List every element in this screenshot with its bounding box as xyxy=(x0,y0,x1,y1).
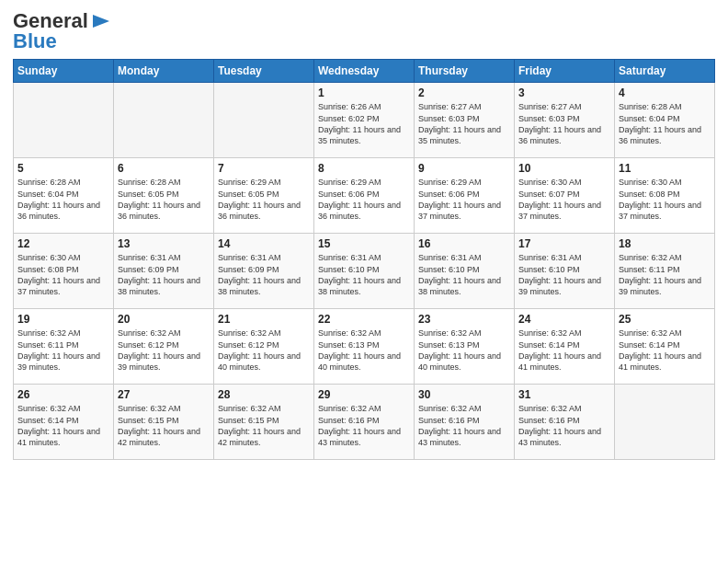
calendar-cell: 21Sunrise: 6:32 AM Sunset: 6:12 PM Dayli… xyxy=(214,309,314,385)
cell-content: Sunrise: 6:30 AM Sunset: 6:07 PM Dayligh… xyxy=(518,177,610,222)
cell-content: Sunrise: 6:31 AM Sunset: 6:10 PM Dayligh… xyxy=(418,252,510,297)
day-number: 25 xyxy=(619,313,711,326)
cell-content: Sunrise: 6:32 AM Sunset: 6:16 PM Dayligh… xyxy=(518,403,610,448)
calendar-week-5: 26Sunrise: 6:32 AM Sunset: 6:14 PM Dayli… xyxy=(14,385,715,460)
cell-content: Sunrise: 6:32 AM Sunset: 6:15 PM Dayligh… xyxy=(218,403,310,448)
calendar-cell: 2Sunrise: 6:27 AM Sunset: 6:03 PM Daylig… xyxy=(415,83,515,158)
cell-content: Sunrise: 6:29 AM Sunset: 6:06 PM Dayligh… xyxy=(418,177,510,222)
day-number: 21 xyxy=(218,313,310,326)
cell-content: Sunrise: 6:31 AM Sunset: 6:10 PM Dayligh… xyxy=(318,252,410,297)
calendar-cell xyxy=(615,385,715,460)
day-number: 30 xyxy=(418,388,510,401)
cell-content: Sunrise: 6:32 AM Sunset: 6:13 PM Dayligh… xyxy=(418,327,510,373)
day-header-friday: Friday xyxy=(515,60,615,83)
cell-content: Sunrise: 6:32 AM Sunset: 6:12 PM Dayligh… xyxy=(218,327,310,373)
day-number: 3 xyxy=(518,86,610,99)
calendar-cell xyxy=(114,83,214,158)
day-number: 18 xyxy=(619,237,711,250)
cell-content: Sunrise: 6:27 AM Sunset: 6:03 PM Dayligh… xyxy=(518,101,610,146)
day-number: 16 xyxy=(418,237,510,250)
day-number: 22 xyxy=(318,313,410,326)
cell-content: Sunrise: 6:32 AM Sunset: 6:16 PM Dayligh… xyxy=(318,403,410,448)
cell-content: Sunrise: 6:32 AM Sunset: 6:14 PM Dayligh… xyxy=(17,403,109,448)
day-number: 24 xyxy=(518,313,610,326)
day-header-monday: Monday xyxy=(114,60,214,83)
cell-content: Sunrise: 6:28 AM Sunset: 6:04 PM Dayligh… xyxy=(619,101,711,146)
calendar-cell: 24Sunrise: 6:32 AM Sunset: 6:14 PM Dayli… xyxy=(515,309,615,385)
calendar-cell: 30Sunrise: 6:32 AM Sunset: 6:16 PM Dayli… xyxy=(415,385,515,460)
day-header-wednesday: Wednesday xyxy=(314,60,415,83)
header: General Blue xyxy=(13,9,715,52)
calendar-cell: 19Sunrise: 6:32 AM Sunset: 6:11 PM Dayli… xyxy=(14,309,114,385)
page: General Blue SundayMondayTuesdayWednesda… xyxy=(0,0,728,563)
day-number: 4 xyxy=(619,86,711,99)
calendar-cell: 20Sunrise: 6:32 AM Sunset: 6:12 PM Dayli… xyxy=(114,309,214,385)
calendar-cell: 27Sunrise: 6:32 AM Sunset: 6:15 PM Dayli… xyxy=(114,385,214,460)
calendar-cell: 28Sunrise: 6:32 AM Sunset: 6:15 PM Dayli… xyxy=(214,385,314,460)
day-number: 20 xyxy=(118,313,210,326)
calendar-cell: 26Sunrise: 6:32 AM Sunset: 6:14 PM Dayli… xyxy=(14,385,114,460)
calendar-cell: 14Sunrise: 6:31 AM Sunset: 6:09 PM Dayli… xyxy=(214,234,314,309)
calendar-cell: 31Sunrise: 6:32 AM Sunset: 6:16 PM Dayli… xyxy=(515,385,615,460)
day-number: 5 xyxy=(17,162,109,175)
cell-content: Sunrise: 6:26 AM Sunset: 6:02 PM Dayligh… xyxy=(318,101,410,146)
calendar-cell: 15Sunrise: 6:31 AM Sunset: 6:10 PM Dayli… xyxy=(314,234,415,309)
calendar-header-row: SundayMondayTuesdayWednesdayThursdayFrid… xyxy=(14,60,715,83)
day-number: 6 xyxy=(118,162,210,175)
calendar-cell: 7Sunrise: 6:29 AM Sunset: 6:05 PM Daylig… xyxy=(214,158,314,234)
calendar-cell: 1Sunrise: 6:26 AM Sunset: 6:02 PM Daylig… xyxy=(314,83,415,158)
day-number: 12 xyxy=(17,237,109,250)
day-header-thursday: Thursday xyxy=(415,60,515,83)
day-number: 8 xyxy=(318,162,410,175)
day-number: 28 xyxy=(218,388,310,401)
day-number: 2 xyxy=(418,86,510,99)
day-header-sunday: Sunday xyxy=(14,60,114,83)
cell-content: Sunrise: 6:29 AM Sunset: 6:05 PM Dayligh… xyxy=(218,177,310,222)
calendar-cell xyxy=(14,83,114,158)
day-number: 15 xyxy=(318,237,410,250)
logo-general: General xyxy=(13,9,88,32)
day-number: 9 xyxy=(418,162,510,175)
day-number: 17 xyxy=(518,237,610,250)
calendar-cell: 6Sunrise: 6:28 AM Sunset: 6:05 PM Daylig… xyxy=(114,158,214,234)
svg-marker-0 xyxy=(93,15,109,28)
calendar-cell: 25Sunrise: 6:32 AM Sunset: 6:14 PM Dayli… xyxy=(615,309,715,385)
calendar: SundayMondayTuesdayWednesdayThursdayFrid… xyxy=(13,59,715,460)
calendar-cell: 3Sunrise: 6:27 AM Sunset: 6:03 PM Daylig… xyxy=(515,83,615,158)
cell-content: Sunrise: 6:28 AM Sunset: 6:04 PM Dayligh… xyxy=(17,177,109,222)
calendar-cell: 11Sunrise: 6:30 AM Sunset: 6:08 PM Dayli… xyxy=(615,158,715,234)
cell-content: Sunrise: 6:32 AM Sunset: 6:14 PM Dayligh… xyxy=(619,327,711,373)
day-number: 10 xyxy=(518,162,610,175)
day-number: 14 xyxy=(218,237,310,250)
calendar-cell: 12Sunrise: 6:30 AM Sunset: 6:08 PM Dayli… xyxy=(14,234,114,309)
calendar-week-1: 1Sunrise: 6:26 AM Sunset: 6:02 PM Daylig… xyxy=(14,83,715,158)
day-number: 29 xyxy=(318,388,410,401)
calendar-cell: 29Sunrise: 6:32 AM Sunset: 6:16 PM Dayli… xyxy=(314,385,415,460)
cell-content: Sunrise: 6:29 AM Sunset: 6:06 PM Dayligh… xyxy=(318,177,410,222)
calendar-week-2: 5Sunrise: 6:28 AM Sunset: 6:04 PM Daylig… xyxy=(14,158,715,234)
logo-blue: Blue xyxy=(13,31,111,52)
calendar-cell: 16Sunrise: 6:31 AM Sunset: 6:10 PM Dayli… xyxy=(415,234,515,309)
day-number: 7 xyxy=(218,162,310,175)
cell-content: Sunrise: 6:32 AM Sunset: 6:13 PM Dayligh… xyxy=(318,327,410,373)
calendar-cell: 8Sunrise: 6:29 AM Sunset: 6:06 PM Daylig… xyxy=(314,158,415,234)
day-number: 27 xyxy=(118,388,210,401)
calendar-cell: 17Sunrise: 6:31 AM Sunset: 6:10 PM Dayli… xyxy=(515,234,615,309)
day-number: 23 xyxy=(418,313,510,326)
day-header-saturday: Saturday xyxy=(615,60,715,83)
cell-content: Sunrise: 6:32 AM Sunset: 6:11 PM Dayligh… xyxy=(17,327,109,373)
cell-content: Sunrise: 6:31 AM Sunset: 6:09 PM Dayligh… xyxy=(118,252,210,297)
cell-content: Sunrise: 6:32 AM Sunset: 6:15 PM Dayligh… xyxy=(118,403,210,448)
calendar-cell: 23Sunrise: 6:32 AM Sunset: 6:13 PM Dayli… xyxy=(415,309,515,385)
calendar-cell: 4Sunrise: 6:28 AM Sunset: 6:04 PM Daylig… xyxy=(615,83,715,158)
calendar-cell: 13Sunrise: 6:31 AM Sunset: 6:09 PM Dayli… xyxy=(114,234,214,309)
cell-content: Sunrise: 6:30 AM Sunset: 6:08 PM Dayligh… xyxy=(619,177,711,222)
calendar-cell: 10Sunrise: 6:30 AM Sunset: 6:07 PM Dayli… xyxy=(515,158,615,234)
logo-flag-icon xyxy=(91,13,111,29)
day-header-tuesday: Tuesday xyxy=(214,60,314,83)
cell-content: Sunrise: 6:31 AM Sunset: 6:10 PM Dayligh… xyxy=(518,252,610,297)
calendar-week-3: 12Sunrise: 6:30 AM Sunset: 6:08 PM Dayli… xyxy=(14,234,715,309)
day-number: 11 xyxy=(619,162,711,175)
cell-content: Sunrise: 6:32 AM Sunset: 6:16 PM Dayligh… xyxy=(418,403,510,448)
day-number: 13 xyxy=(118,237,210,250)
